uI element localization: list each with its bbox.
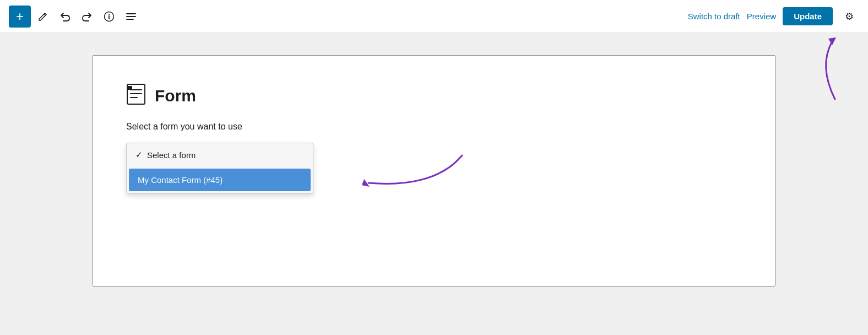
gear-icon: ⚙: [845, 10, 854, 23]
form-select-dropdown[interactable]: ✓ Select a form My Contact Form (#45): [126, 143, 313, 194]
selected-option-label: My Contact Form (#45): [138, 175, 223, 185]
dropdown-option-placeholder[interactable]: ✓ Select a form: [127, 143, 313, 166]
undo-button[interactable]: [55, 7, 75, 26]
toolbar-right: Switch to draft Preview Update ⚙: [688, 7, 859, 26]
preview-button[interactable]: Preview: [747, 12, 776, 21]
redo-button[interactable]: [77, 7, 97, 26]
svg-rect-11: [127, 86, 132, 90]
svg-marker-6: [828, 37, 836, 45]
checkmark-icon: ✓: [135, 150, 143, 160]
dropdown-placeholder-label: Select a form: [147, 150, 196, 160]
info-button[interactable]: [99, 7, 119, 26]
dropdown-option-selected[interactable]: My Contact Form (#45): [129, 169, 311, 191]
svg-point-2: [109, 14, 110, 15]
form-block-icon: [126, 83, 146, 109]
dropdown-box[interactable]: ✓ Select a form My Contact Form (#45): [126, 143, 313, 194]
pencil-icon: [38, 12, 48, 21]
edit-button[interactable]: [33, 7, 53, 26]
add-block-button[interactable]: +: [9, 6, 31, 28]
toolbar-left: +: [9, 6, 686, 28]
block-header: Form: [126, 83, 742, 109]
arrow-to-dropdown: [324, 144, 468, 210]
update-button[interactable]: Update: [783, 7, 833, 25]
list-icon: [126, 12, 137, 21]
redo-icon: [82, 12, 93, 21]
svg-marker-12: [362, 179, 370, 187]
settings-button[interactable]: ⚙: [839, 7, 859, 26]
block-description: Select a form you want to use: [126, 122, 742, 132]
list-view-button[interactable]: [121, 7, 141, 26]
info-icon: [104, 11, 115, 22]
editor-block: Form Select a form you want to use ✓ Sel…: [93, 55, 775, 287]
toolbar: +: [0, 0, 868, 33]
undo-icon: [59, 12, 70, 21]
block-title: Form: [155, 87, 196, 105]
editor-area: Form Select a form you want to use ✓ Sel…: [0, 33, 868, 335]
switch-to-draft-button[interactable]: Switch to draft: [688, 12, 740, 21]
